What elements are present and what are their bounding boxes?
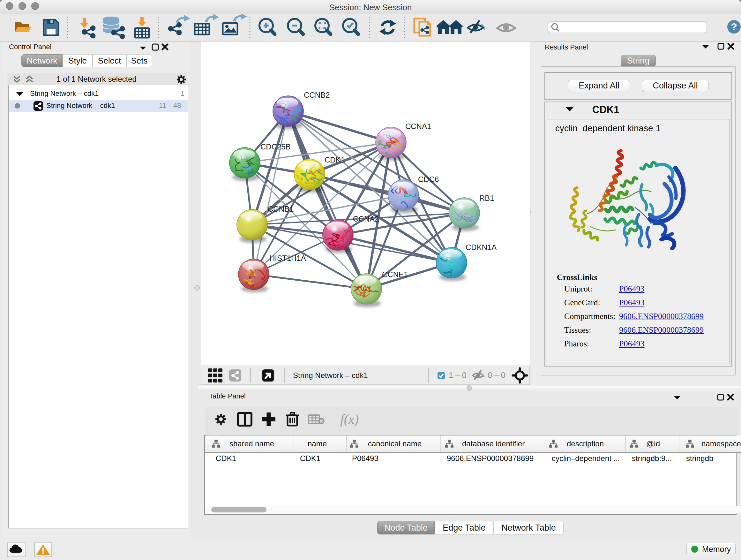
svg-text:String Network – cdk1: String Network – cdk1 xyxy=(293,371,368,380)
svg-text:?: ? xyxy=(731,21,737,33)
svg-text:name: name xyxy=(308,439,327,448)
svg-text:0 – 0: 0 – 0 xyxy=(488,371,506,380)
svg-text:@id: @id xyxy=(646,439,660,448)
svg-text:CDKN1A: CDKN1A xyxy=(466,243,496,252)
svg-text:CDK1: CDK1 xyxy=(325,155,345,164)
svg-text:CCNA2: CCNA2 xyxy=(353,214,379,223)
svg-text:CCNE1: CCNE1 xyxy=(382,270,408,279)
svg-text:CDC25B: CDC25B xyxy=(260,142,291,151)
svg-text:RB1: RB1 xyxy=(479,194,494,202)
svg-text:HIST1H1A: HIST1H1A xyxy=(269,254,306,262)
svg-text:f(x): f(x) xyxy=(340,412,359,427)
svg-text:1 – 0: 1 – 0 xyxy=(449,371,467,380)
svg-text:canonical name: canonical name xyxy=(368,439,421,448)
svg-text:CCNA1: CCNA1 xyxy=(405,122,431,131)
svg-text:database identifier: database identifier xyxy=(462,439,525,448)
svg-text:description: description xyxy=(567,439,604,448)
svg-text:CCNB1: CCNB1 xyxy=(268,205,293,213)
svg-text:CCNB2: CCNB2 xyxy=(304,91,330,99)
svg-text:CDC6: CDC6 xyxy=(418,175,439,184)
svg-text:namespace: namespace xyxy=(701,439,741,448)
svg-text:shared name: shared name xyxy=(229,439,274,448)
